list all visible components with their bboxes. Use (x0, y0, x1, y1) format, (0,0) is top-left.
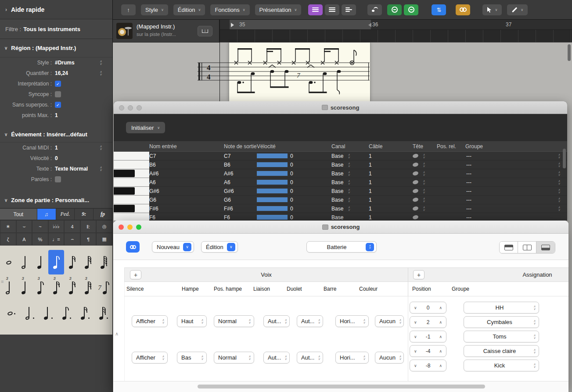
paragraph-button[interactable]: ¶ (80, 233, 97, 246)
link-mode-button[interactable] (456, 4, 470, 15)
cell-note-out[interactable]: F6 (224, 213, 257, 221)
position-stepper[interactable]: 0 (410, 302, 446, 314)
percussion-button[interactable]: ◎ (96, 220, 112, 233)
cell-cable[interactable]: 1 (369, 169, 413, 178)
part-box-section-header[interactable]: Zone de partie : Personnali... (0, 192, 112, 208)
time-signature-button[interactable]: 4 (64, 220, 80, 233)
piano-key[interactable] (114, 178, 149, 187)
percent-repeat-button[interactable]: % (32, 233, 48, 246)
ruler-selected-region[interactable] (230, 20, 371, 29)
stem-dropdown[interactable]: Haut (177, 315, 207, 327)
cell-velocity[interactable]: 0 (257, 178, 331, 187)
note-input-tool-button[interactable] (367, 4, 382, 15)
note-eighth-button-selected[interactable] (48, 250, 64, 274)
stepper[interactable] (558, 197, 560, 203)
cell-channel[interactable]: Base (331, 204, 369, 213)
midi-in-button[interactable] (387, 4, 402, 15)
menu-presentation[interactable]: Présentation (255, 4, 302, 15)
collapse-pane-button[interactable] (115, 331, 119, 337)
tab-bass-clef[interactable] (75, 209, 94, 220)
edit-style-menu[interactable]: Édition (201, 241, 238, 253)
traffic-lights[interactable] (119, 225, 141, 230)
velocity-bar[interactable] (257, 206, 288, 211)
horizontal-scrollbar-thumb[interactable] (198, 385, 485, 388)
beam-dropdown[interactable]: Hori... (335, 315, 369, 327)
cell-note-out[interactable]: B6 (224, 160, 257, 169)
bar-ruler[interactable]: 35 36 37 (219, 20, 572, 30)
piano-key[interactable] (114, 152, 149, 160)
triplet-sixteenth-button[interactable] (64, 275, 80, 300)
disclosure-icon[interactable]: › (5, 7, 7, 13)
stepper[interactable] (423, 171, 425, 176)
color-dropdown[interactable]: Aucun (375, 315, 404, 327)
cell-channel[interactable]: Base (331, 213, 369, 221)
stem-pos-dropdown[interactable]: Normal (214, 352, 254, 363)
new-style-menu[interactable]: Nouveau (152, 241, 194, 253)
checkbox-checked[interactable] (55, 81, 61, 87)
velocity-bar[interactable] (257, 215, 288, 220)
row-value[interactable]: 1 (55, 112, 112, 118)
cycle-end-marker[interactable] (368, 23, 371, 27)
piano-key[interactable] (114, 213, 149, 221)
stem-dropdown[interactable]: Bas (177, 352, 207, 363)
cell-velocity[interactable]: 0 (257, 169, 331, 178)
stepper[interactable] (100, 71, 102, 76)
row-value[interactable]: 16,24 (55, 70, 100, 76)
cell-rel-pos[interactable] (437, 204, 465, 213)
stepper[interactable] (348, 171, 350, 176)
silence-dropdown[interactable]: Afficher (132, 352, 168, 363)
cell-head[interactable] (413, 187, 437, 196)
link-button[interactable] (126, 241, 140, 253)
layout-bottom-button[interactable] (536, 242, 555, 253)
cell-note-out[interactable]: F#6 (224, 204, 257, 213)
close-button[interactable] (119, 225, 124, 230)
cell-note-out[interactable]: C7 (224, 152, 257, 160)
stepper[interactable] (100, 145, 102, 150)
cell-cable[interactable]: 1 (369, 213, 413, 221)
layout-split-button[interactable] (518, 242, 536, 253)
group-dropdown[interactable]: Kick (464, 360, 539, 371)
region-section-header[interactable]: Région : (Mapped Instr.) (0, 39, 112, 57)
cell-cable[interactable]: 1 (369, 187, 413, 196)
move-up-button[interactable] (121, 4, 136, 15)
cell-name[interactable]: A6 (149, 178, 224, 187)
note-half-button[interactable] (17, 250, 32, 274)
cell-head[interactable] (413, 152, 437, 160)
stepper[interactable] (348, 189, 350, 194)
cell-rel-pos[interactable] (437, 187, 465, 196)
cell-name[interactable]: C7 (149, 152, 224, 160)
piano-key[interactable] (114, 196, 149, 204)
cell-velocity[interactable]: 0 (257, 204, 331, 213)
stepper[interactable] (558, 189, 560, 194)
cell-group[interactable]: --- (465, 169, 567, 178)
row-value[interactable]: 0 (55, 155, 112, 161)
disclosure-icon[interactable] (4, 132, 7, 137)
piano-key[interactable] (114, 160, 149, 169)
menu-fonctions[interactable]: Fonctions (210, 4, 249, 15)
cell-velocity[interactable]: 0 (257, 213, 331, 221)
stepper[interactable] (348, 206, 350, 211)
stepper[interactable] (100, 60, 102, 65)
cell-cable[interactable]: 1 (369, 196, 413, 204)
midi-step-input-button[interactable] (404, 4, 418, 15)
cell-note-out[interactable]: A6 (224, 178, 257, 187)
cell-head[interactable] (413, 160, 437, 169)
stepper[interactable] (423, 189, 425, 194)
dotted-thirtysecond-button[interactable] (93, 301, 112, 325)
checkbox-checked[interactable] (55, 102, 61, 108)
cell-velocity[interactable]: 0 (257, 152, 331, 160)
tab-pedal[interactable]: Ped. (56, 209, 75, 220)
cell-channel[interactable]: Base (331, 160, 369, 169)
stepper[interactable] (558, 206, 560, 211)
position-stepper[interactable]: -1 (410, 331, 446, 342)
cell-cable[interactable]: 1 (369, 204, 413, 213)
stepper[interactable] (348, 162, 350, 167)
insert-to-track-button[interactable] (198, 26, 212, 36)
disclosure-icon[interactable] (4, 46, 7, 50)
position-stepper[interactable]: -8 (410, 360, 446, 371)
cell-name[interactable]: F#6 (149, 204, 224, 213)
menu-style[interactable]: Style (141, 4, 168, 15)
cell-note-out[interactable]: G6 (224, 196, 257, 204)
position-stepper[interactable]: 2 (410, 316, 446, 328)
dotted-eighth-button[interactable] (56, 301, 75, 325)
